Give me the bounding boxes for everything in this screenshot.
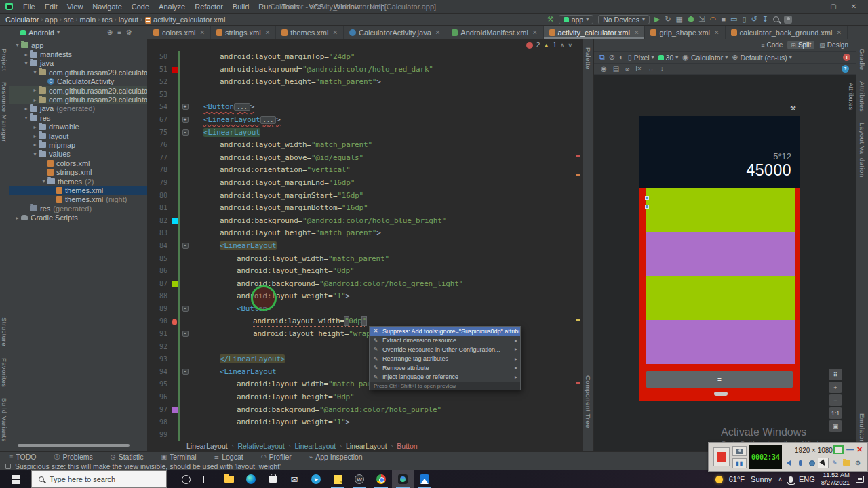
tab-close-icon[interactable]: ✕ <box>634 29 639 36</box>
selection-handle[interactable] <box>645 196 649 200</box>
code-line-52[interactable]: 52android:layout_height="match_parent"> <box>148 76 582 89</box>
preview-band-green[interactable] <box>646 276 795 320</box>
tree-chevron-icon[interactable]: ▸ <box>31 142 39 148</box>
code-editor[interactable]: 2 ▲ 1 ∧ ∨ 50android:layout_marginTop="24… <box>148 39 582 451</box>
code-line-51[interactable]: 51android:background="@android:color/hol… <box>148 64 582 77</box>
xml-breadcrumb-relativelayout[interactable]: RelativeLayout <box>237 442 284 450</box>
device-selector-dropdown[interactable]: ▯Pixel▾ <box>628 54 654 62</box>
tree-item-themes-xml[interactable]: themes.xml(night) <box>9 195 147 204</box>
design-surface-icon[interactable]: ⧉ <box>599 54 605 61</box>
xml-breadcrumb-linearlayout[interactable]: LinearLayout <box>186 442 228 450</box>
color-preview-swatch[interactable] <box>172 407 178 413</box>
popup-item[interactable]: ✎Remove attribute▸ <box>370 363 520 373</box>
tree-item-drawable[interactable]: ▸drawable <box>9 123 147 131</box>
tab-close-icon[interactable]: ✕ <box>332 29 338 36</box>
fold-marker[interactable]: - <box>180 328 190 341</box>
recorder-region-icon[interactable] <box>833 445 844 454</box>
taskbar-photos[interactable] <box>414 470 435 488</box>
build-hammer-icon[interactable]: ⚒ <box>547 16 554 23</box>
toolwindow-app-inspection[interactable]: ⌁App Inspection <box>309 453 363 461</box>
menu-refactor[interactable]: Refactor <box>190 3 228 11</box>
toolwindow-statistic[interactable]: ◷Statistic <box>111 453 144 461</box>
error-indicator-icon[interactable] <box>526 42 533 49</box>
taskbar-android-studio[interactable] <box>392 470 414 488</box>
mode-code-button[interactable]: ≡Code <box>757 41 786 49</box>
tab-activity_calculator-xml[interactable]: activity_calculator.xml✕ <box>544 26 646 39</box>
search-everywhere-icon[interactable] <box>773 16 779 22</box>
tree-chevron-icon[interactable]: ▸ <box>31 97 39 103</box>
color-preview-swatch[interactable] <box>172 218 178 224</box>
tree-item-calculatoractivity[interactable]: CCalculatorActivity <box>9 77 147 86</box>
breadcrumb-item[interactable]: layout <box>119 16 138 24</box>
menu-analyze[interactable]: Analyze <box>154 3 190 11</box>
xml-breadcrumb-linearlayout[interactable]: LinearLayout <box>346 442 387 450</box>
popup-item[interactable]: ✎Inject language or reference▸ <box>370 373 520 382</box>
taskbar-chrome[interactable] <box>370 470 392 488</box>
gradle-sync-icon[interactable]: ↺ <box>751 16 757 23</box>
toolwindow-problems[interactable]: ⓘProblems <box>54 453 92 462</box>
tree-chevron-icon[interactable]: ▾ <box>40 178 47 184</box>
code-line-53[interactable]: 53 <box>148 89 582 102</box>
tree-chevron-icon[interactable]: ▸ <box>14 215 21 221</box>
theme-selector-dropdown[interactable]: ◉Calculator▾ <box>682 54 728 62</box>
maximize-button[interactable]: ▢ <box>823 3 844 10</box>
error-stripe-mark[interactable] <box>576 319 580 321</box>
code-line-85[interactable]: 85android:layout_width="match_parent" <box>148 253 582 266</box>
breadcrumb-item[interactable]: res <box>102 16 112 24</box>
debug-button[interactable]: ⬢ <box>688 16 694 23</box>
code-line-80[interactable]: 80android:layout_marginStart="16dp" <box>148 190 582 203</box>
tab-close-icon[interactable]: ✕ <box>532 29 538 36</box>
fold-marker[interactable]: + <box>180 114 190 127</box>
menu-view[interactable]: View <box>62 3 88 11</box>
tree-item-res[interactable]: ▾res <box>9 113 147 122</box>
tab-close-icon[interactable]: ✕ <box>837 29 842 36</box>
tree-item-layout[interactable]: ▸layout <box>9 131 147 140</box>
tree-chevron-icon[interactable]: ▸ <box>31 133 39 139</box>
run-button[interactable]: ▶ <box>654 16 660 23</box>
code-line-81[interactable]: 81android:layout_marginBottom="16dp" <box>148 202 582 215</box>
taskbar-telegram[interactable]: ➤ <box>305 470 327 488</box>
tab-close-icon[interactable]: ✕ <box>265 29 271 36</box>
fold-marker[interactable]: - <box>180 366 190 379</box>
collapse-fold-icon[interactable]: - <box>182 129 189 136</box>
collapse-fold-icon[interactable]: - <box>182 331 189 337</box>
run-with-coverage-icon[interactable]: ▦ <box>676 16 683 23</box>
layout-errors-badge[interactable]: ! <box>843 54 850 61</box>
fold-marker[interactable]: - <box>180 303 190 316</box>
toolwindow-todo[interactable]: ≡TODO <box>9 453 36 461</box>
tree-item-app[interactable]: ▾app <box>9 41 147 49</box>
code-line-67[interactable]: 67+<LinearLayout...> <box>148 114 582 127</box>
tree-chevron-icon[interactable]: ▸ <box>31 87 39 94</box>
mode-design-button[interactable]: ▨Design <box>816 41 852 49</box>
popup-item[interactable]: ✎Extract dimension resource▸ <box>370 336 520 346</box>
taskbar-cortana[interactable] <box>175 470 197 488</box>
zoom-in-button[interactable]: + <box>829 382 842 393</box>
tool-strip-gradle[interactable]: Gradle <box>859 49 866 70</box>
help-icon[interactable]: ? <box>842 65 849 73</box>
tree-chevron-icon[interactable]: ▾ <box>31 151 39 157</box>
collapse-fold-icon[interactable]: - <box>182 369 189 375</box>
margins-icon[interactable]: I× <box>635 65 642 73</box>
fold-marker[interactable]: - <box>180 240 190 253</box>
expand-fold-icon[interactable]: + <box>182 117 189 123</box>
preview-band-purple[interactable] <box>646 320 795 364</box>
zoom-reset-button[interactable]: 1:1 <box>829 407 842 419</box>
tree-item-res[interactable]: res(generated) <box>9 204 147 213</box>
collapse-all-icon[interactable]: ≡ <box>117 28 121 36</box>
tab-calculator_back_ground-xml[interactable]: calculator_back_ground.xml✕ <box>726 26 848 39</box>
code-line-99[interactable]: 99 <box>148 429 582 441</box>
code-line-77[interactable]: 77android:layout_above="@id/equals" <box>148 152 582 165</box>
minimize-button[interactable]: — <box>803 3 823 10</box>
code-line-82[interactable]: 82android:background="@android:color/hol… <box>148 215 582 228</box>
zoom-fit-button[interactable]: ▣ <box>829 420 842 432</box>
popup-item[interactable]: ✎Rearrange tag attributes▸ <box>370 354 520 364</box>
recorder-cursor-icon[interactable] <box>818 458 829 468</box>
tree-chevron-icon[interactable]: ▾ <box>22 115 30 121</box>
tree-chevron-icon[interactable]: ▸ <box>31 124 39 130</box>
device-dropdown[interactable]: No Devices▾ <box>598 15 650 24</box>
code-line-88[interactable]: 88android:layout_weight="1"> <box>148 290 582 303</box>
tool-strip-build-variants[interactable]: Build Variants <box>1 398 8 442</box>
menu-file[interactable]: File <box>18 3 40 11</box>
equals-button-preview[interactable]: = <box>646 371 793 388</box>
tree-item-themes-xml[interactable]: themes.xml <box>9 186 147 195</box>
